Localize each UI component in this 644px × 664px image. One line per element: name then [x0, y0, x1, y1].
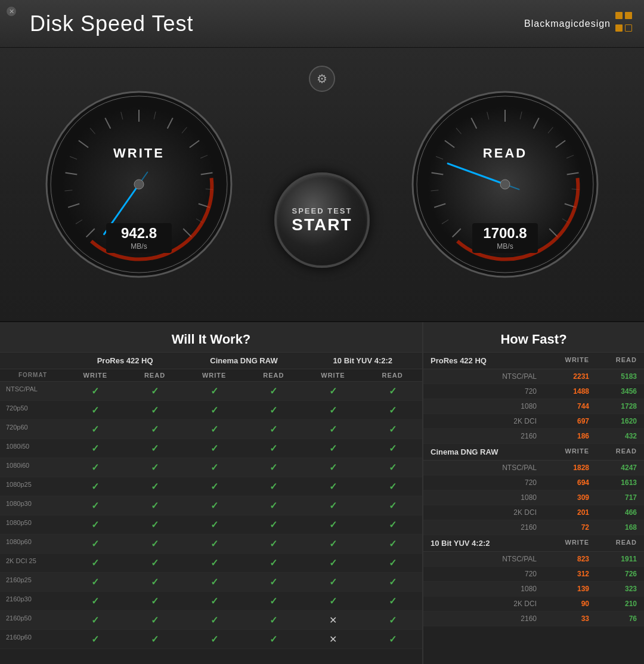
check-mark: ✓: [210, 462, 218, 472]
svg-text:942.8: 942.8: [121, 225, 157, 241]
hf-read-val: 3456: [589, 387, 637, 396]
check-mark: ✓: [210, 386, 218, 396]
hf-format-name: 1080: [431, 402, 541, 410]
wiw-check-cell: ✓: [363, 630, 422, 648]
bottom-section: Will It Work? ProRes 422 HQ Cinema DNG R…: [0, 322, 644, 664]
wiw-check-cell: ✓: [66, 477, 125, 496]
wiw-check-cell: ✓: [244, 630, 304, 648]
hf-format-name: 2K DCI: [431, 417, 541, 425]
check-mark: ✓: [151, 520, 159, 530]
wiw-check-cell: ✓: [304, 573, 363, 591]
check-mark: ✓: [210, 520, 218, 530]
table-row: 1080i60✓✓✓✓✓✓: [0, 458, 422, 477]
wiw-check-cell: ✓: [244, 477, 304, 496]
how-fast-title: How Fast?: [423, 322, 644, 353]
wiw-format-name: 2K DCI 25: [0, 554, 66, 572]
wiw-sub-r2: READ: [244, 369, 304, 381]
svg-point-27: [134, 180, 144, 189]
start-button-label-main: START: [292, 215, 352, 234]
list-item: 720 312 726: [423, 567, 644, 582]
check-mark: ✓: [91, 634, 99, 644]
check-mark: ✓: [210, 501, 218, 511]
svg-text:READ: READ: [482, 146, 527, 160]
start-button[interactable]: SPEED TEST START: [274, 172, 370, 268]
hf-read-header: READ: [589, 356, 637, 365]
table-row: 720p60✓✓✓✓✓✓: [0, 420, 422, 439]
wiw-check-cell: ✓: [125, 382, 185, 400]
hf-format-name: 1080: [431, 585, 541, 593]
check-mark: ✓: [270, 615, 277, 625]
brand-name: Blackmagicdesign: [524, 18, 611, 29]
svg-text:1700.8: 1700.8: [483, 225, 527, 241]
wiw-format-name: 2160p30: [0, 592, 66, 610]
wiw-format-name: 2160p25: [0, 573, 66, 591]
check-mark: ✓: [389, 520, 397, 530]
wiw-check-cell: ✓: [363, 611, 422, 629]
check-mark: ✓: [389, 558, 397, 568]
wiw-check-cell: ✓: [125, 554, 185, 572]
check-mark: ✓: [151, 405, 159, 415]
cross-mark: ✕: [329, 615, 337, 625]
hf-write-val: 694: [541, 478, 589, 487]
check-mark: ✓: [91, 424, 99, 434]
wiw-check-cell: ✓: [244, 554, 304, 572]
wiw-check-cell: ✓: [125, 611, 185, 629]
hf-sections: ProRes 422 HQ WRITE READ NTSC/PAL 2231 5…: [423, 353, 644, 626]
gear-button[interactable]: ⚙: [309, 66, 335, 92]
list-item: NTSC/PAL 1828 4247: [423, 461, 644, 475]
hf-write-val: 186: [541, 432, 589, 440]
wiw-check-cell: ✓: [363, 382, 422, 400]
gauge-section: ⚙: [0, 48, 644, 322]
check-mark: ✓: [91, 481, 99, 492]
wiw-check-cell: ✓: [244, 401, 304, 419]
close-button[interactable]: ✕: [6, 6, 17, 17]
wiw-check-cell: ✓: [244, 382, 304, 400]
check-mark: ✓: [91, 539, 99, 549]
wiw-check-cell: ✓: [66, 515, 125, 534]
wiw-check-cell: ✓: [304, 592, 363, 610]
will-it-work-panel: Will It Work? ProRes 422 HQ Cinema DNG R…: [0, 322, 423, 664]
title-bar: ✕ Disk Speed Test Blackmagicdesign: [0, 0, 644, 48]
check-mark: ✓: [151, 634, 159, 644]
wiw-check-cell: ✓: [184, 554, 244, 572]
hf-section-header: 10 Bit YUV 4:2:2 WRITE READ: [423, 535, 644, 552]
check-mark: ✓: [151, 424, 159, 434]
wiw-check-cell: ✓: [184, 401, 244, 419]
list-item: 2K DCI 697 1620: [423, 414, 644, 429]
check-mark: ✓: [151, 539, 159, 549]
wiw-check-cell: ✓: [304, 382, 363, 400]
read-gauge: READ 1700.8 MB/s: [410, 89, 600, 280]
check-mark: ✓: [91, 520, 99, 530]
gear-icon: ⚙: [317, 72, 327, 86]
table-row: 2160p25✓✓✓✓✓✓: [0, 573, 422, 592]
hf-write-header: WRITE: [541, 356, 589, 365]
wiw-check-cell: ✓: [363, 496, 422, 515]
hf-section-title: Cinema DNG RAW: [431, 447, 541, 456]
wiw-check-cell: ✓: [304, 515, 363, 534]
wiw-header-dng: Cinema DNG RAW: [184, 353, 303, 369]
wiw-check-cell: ✓: [66, 573, 125, 591]
table-row: 2160p30✓✓✓✓✓✓: [0, 592, 422, 611]
hf-write-val: 1488: [541, 387, 589, 396]
wiw-check-cell: ✓: [363, 458, 422, 477]
check-mark: ✓: [270, 405, 277, 415]
wiw-check-cell: ✓: [184, 630, 244, 648]
brand-logo: Blackmagicdesign: [524, 12, 632, 36]
hf-format-name: 2K DCI: [431, 600, 541, 608]
wiw-sub-w1: WRITE: [66, 369, 125, 381]
hf-write-val: 823: [541, 555, 589, 563]
wiw-check-cell: ✓: [304, 420, 363, 438]
hf-section-header: Cinema DNG RAW WRITE READ: [423, 444, 644, 461]
wiw-check-cell: ✓: [184, 382, 244, 400]
check-mark: ✓: [329, 577, 337, 587]
wiw-sub-r3: READ: [363, 369, 422, 381]
how-fast-panel: How Fast? ProRes 422 HQ WRITE READ NTSC/…: [423, 322, 644, 664]
hf-write-val: 90: [541, 600, 589, 608]
wiw-check-cell: ✓: [125, 573, 185, 591]
wiw-check-cell: ✓: [363, 515, 422, 534]
check-mark: ✓: [389, 386, 397, 396]
wiw-format-name: 1080i50: [0, 439, 66, 458]
wiw-format-name: 720p50: [0, 401, 66, 419]
wiw-check-cell: ✓: [363, 420, 422, 438]
wiw-check-cell: ✓: [125, 515, 185, 534]
